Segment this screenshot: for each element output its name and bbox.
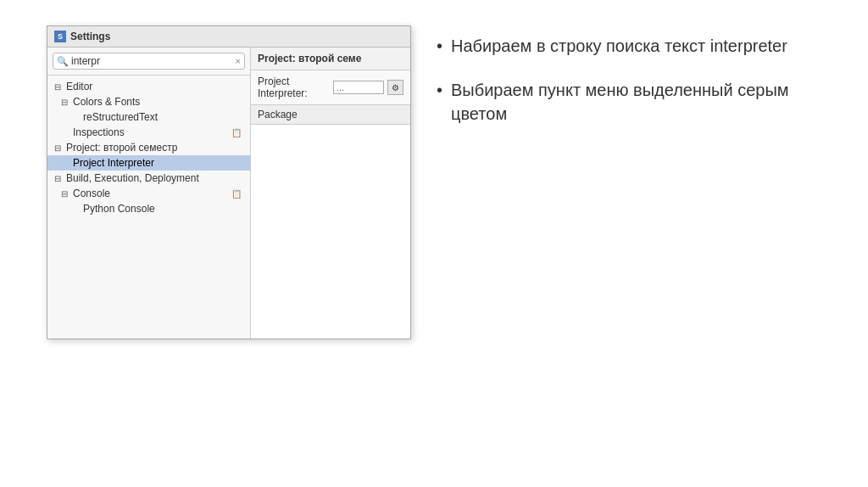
instruction-panel: • Набираем в строку поиска текст interpr… [411,0,868,160]
tree-item-colors-fonts[interactable]: ⊟ Colors & Fonts [47,94,250,109]
instruction-item-1: • Набираем в строку поиска текст interpr… [437,34,843,58]
right-panel: Project: второй семе Project Interpreter… [251,48,410,339]
expander-console: ⊟ [61,189,73,199]
expander-colors-fonts: ⊟ [61,98,73,107]
window-title: Settings [70,31,110,42]
search-icon: 🔍 [57,56,69,67]
tree-container: ⊟ Editor ⊟ Colors & Fonts reStructuredTe… [47,76,250,339]
inspections-icon: 📋 [231,128,243,137]
expander-build: ⊟ [54,174,66,183]
window-body: 🔍 × ⊟ Editor ⊟ Colors & Fonts reStruc [47,48,410,339]
interpreter-combo[interactable]: ... [333,81,384,94]
package-header: Package [251,104,410,125]
title-bar: S Settings [47,26,410,48]
tree-item-python-console[interactable]: Python Console [47,201,250,216]
tree-label-inspections: Inspections [73,126,125,138]
expander-project: ⊟ [54,143,66,153]
interpreter-label: Project Interpreter: [258,76,330,99]
search-bar: 🔍 × [47,48,250,76]
left-panel: 🔍 × ⊟ Editor ⊟ Colors & Fonts reStruc [47,48,251,339]
tree-label-python-console: Python Console [83,203,155,215]
expander-editor: ⊟ [54,82,66,92]
tree-label-build: Build, Execution, Deployment [66,172,199,184]
search-wrapper: 🔍 × [53,53,245,70]
settings-icon: S [54,31,66,42]
bullet-2: • [437,78,442,102]
tree-label-colors-fonts: Colors & Fonts [73,96,140,108]
search-input[interactable] [71,55,236,67]
tree-item-restructured[interactable]: reStructuredText [47,109,250,125]
instruction-item-2: • Выбираем пункт меню выделенный серым ц… [437,78,843,126]
search-clear-icon[interactable]: × [236,56,241,66]
tree-item-project-interpreter[interactable]: Project Interpreter [47,155,250,171]
tree-label-project: Project: второй семестр [66,142,177,154]
interpreter-settings-button[interactable]: ⚙ [387,80,403,95]
tree-label-restructured: reStructuredText [83,111,158,123]
tree-item-console[interactable]: ⊟ Console 📋 [47,186,250,201]
bullet-1: • [437,34,442,58]
console-icon: 📋 [231,189,243,199]
tree-label-project-interpreter: Project Interpreter [73,157,154,169]
tree-item-project[interactable]: ⊟ Project: второй семестр [47,140,250,155]
tree-item-inspections[interactable]: Inspections 📋 [47,125,250,140]
settings-dialog: S Settings 🔍 × ⊟ Editor ⊟ [47,25,411,339]
package-area [251,125,410,339]
tree-label-editor: Editor [66,81,92,92]
interpreter-row: Project Interpreter: ... ⚙ [251,70,410,104]
tree-label-console: Console [73,188,110,199]
tree-item-editor[interactable]: ⊟ Editor [47,79,250,94]
instruction-text-1: Набираем в строку поиска текст interpret… [451,34,787,58]
right-panel-title: Project: второй семе [251,48,410,70]
instruction-text-2: Выбираем пункт меню выделенный серым цве… [451,78,843,126]
interpreter-value: ... [337,82,344,92]
tree-item-build[interactable]: ⊟ Build, Execution, Deployment [47,171,250,186]
